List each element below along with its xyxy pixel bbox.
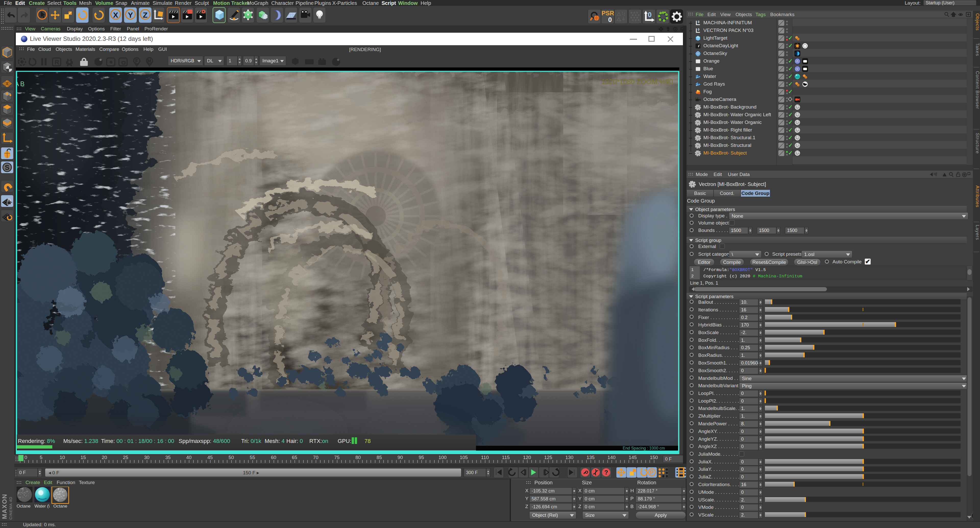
svg-text:A: A <box>17 80 19 88</box>
svg-text:MAXON: MAXON <box>1 494 8 519</box>
svg-text:R: R <box>55 59 59 65</box>
svg-text:?: ? <box>605 469 608 476</box>
svg-text:0: 0 <box>648 11 652 19</box>
svg-text:CINEMA 4D: CINEMA 4D <box>8 496 13 520</box>
svg-text:M: M <box>148 59 151 64</box>
svg-text:F: F <box>135 59 138 64</box>
svg-text:P: P <box>650 469 654 476</box>
svg-text:0: 0 <box>698 28 700 32</box>
svg-text:B: B <box>20 80 24 88</box>
svg-text:1920*1080 ZOOM:%90: 1920*1080 ZOOM:%90 <box>601 78 673 86</box>
svg-text:0: 0 <box>698 20 700 24</box>
svg-text:S: S <box>5 163 10 171</box>
